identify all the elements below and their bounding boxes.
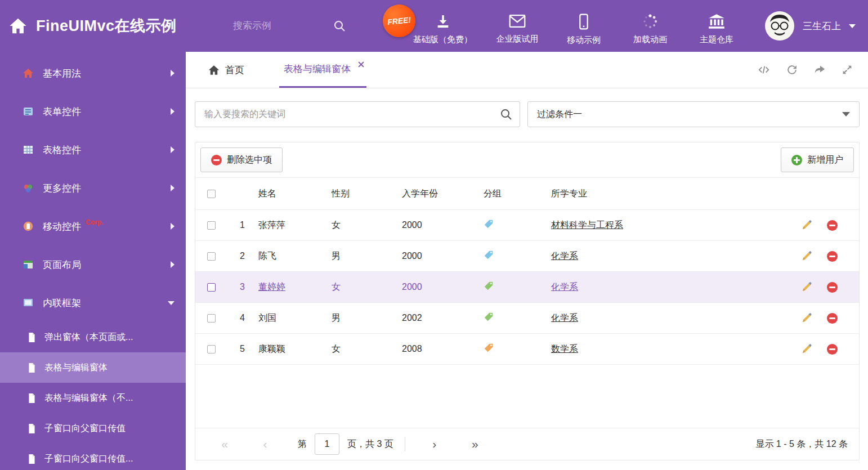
filter-dropdown[interactable]: 过滤条件一 [527, 101, 860, 127]
close-icon[interactable] [358, 59, 364, 70]
edit-pencil-icon[interactable] [801, 281, 812, 293]
row-index: 3 [227, 282, 254, 292]
tab-label: 首页 [225, 64, 244, 77]
sidebar-subitem-grid-edit-window-2[interactable]: 表格与编辑窗体（不... [0, 383, 186, 413]
chevron-right-icon [171, 70, 175, 77]
major-link[interactable]: 材料科学与工程系 [551, 220, 623, 230]
page-prefix-label: 第 [298, 438, 307, 450]
tag-icon [484, 312, 494, 322]
table-row-selected[interactable]: 3 董婷婷 女 2000 化学系 [195, 272, 859, 303]
file-icon [27, 332, 37, 343]
download-icon [435, 14, 451, 29]
col-name: 姓名 [254, 188, 327, 200]
search-icon[interactable] [333, 20, 346, 32]
next-page-button[interactable]: › [414, 437, 455, 451]
chevron-right-icon [171, 261, 175, 268]
nav-loading-animation[interactable]: 加载动画 [624, 7, 676, 46]
add-user-button[interactable]: 新增用户 [781, 147, 854, 172]
cell-gender: 男 [327, 312, 397, 324]
sidebar-item-page-layout[interactable]: 页面布局 [0, 245, 186, 284]
tab-grid-edit-window[interactable]: 表格与编辑窗体 [279, 52, 366, 88]
edit-pencil-icon[interactable] [801, 250, 812, 262]
edit-pencil-icon[interactable] [801, 343, 812, 355]
cell-year: 2000 [397, 251, 479, 261]
major-link[interactable]: 化学系 [551, 251, 578, 261]
cell-gender: 女 [327, 343, 397, 355]
sidebar-item-form-controls[interactable]: 表单控件 [0, 92, 186, 131]
sidebar-item-grid-controls[interactable]: 表格控件 [0, 131, 186, 169]
nav-theme-repo[interactable]: 主题仓库 [691, 7, 742, 46]
sidebar-subitem-child-to-parent[interactable]: 子窗口向父窗口传值 [0, 413, 186, 444]
delete-row-icon[interactable] [827, 220, 838, 231]
sidebar-subitem-child-to-parent-2[interactable]: 子窗口向父窗口传值... [0, 444, 186, 470]
prev-page-button[interactable]: ‹ [245, 437, 285, 451]
source-code-icon[interactable] [757, 64, 771, 76]
major-link[interactable]: 化学系 [551, 282, 578, 292]
table-row[interactable]: 2 陈飞 男 2000 化学系 [195, 241, 859, 272]
avatar [764, 11, 795, 41]
search-icon[interactable] [500, 108, 512, 123]
delete-row-icon[interactable] [827, 344, 838, 355]
cell-year: 2000 [397, 282, 479, 292]
nav-basic-edition[interactable]: FREE! 基础版（免费） [409, 7, 477, 46]
table-row[interactable]: 5 康颖颖 女 2008 数学系 [195, 334, 859, 365]
row-checkbox[interactable] [207, 221, 216, 230]
sidebar-subitem-popup-window[interactable]: 弹出窗体（本页面或... [0, 322, 186, 352]
header-search-input[interactable] [233, 20, 317, 32]
nav-enterprise-trial[interactable]: 企业版试用 [491, 7, 543, 46]
row-index: 4 [227, 313, 254, 323]
home-icon [23, 68, 34, 79]
expand-icon[interactable] [841, 64, 853, 76]
edit-pencil-icon[interactable] [801, 312, 812, 324]
tab-home[interactable]: 首页 [206, 52, 247, 88]
table-row[interactable]: 1 张萍萍 女 2000 材料科学与工程系 [195, 210, 859, 241]
row-checkbox[interactable] [207, 252, 216, 261]
sidebar-item-label: 内联框架 [43, 297, 81, 310]
tab-bar: 首页 表格与编辑窗体 [186, 52, 868, 88]
row-checkbox[interactable] [207, 283, 216, 292]
last-page-button[interactable]: » [455, 437, 495, 451]
keyword-search-input[interactable] [195, 101, 520, 127]
edit-pencil-icon[interactable] [801, 220, 812, 231]
delete-selected-button[interactable]: 删除选中项 [200, 147, 283, 172]
user-menu[interactable]: 三生石上 [764, 11, 868, 41]
cell-name: 陈飞 [254, 250, 327, 262]
table-header-row: 姓名 性别 入学年份 分组 所学专业 [195, 177, 859, 210]
file-icon [27, 362, 37, 373]
major-link[interactable]: 化学系 [551, 313, 578, 323]
major-link[interactable]: 数学系 [551, 344, 578, 353]
sidebar-item-basic-usage[interactable]: 基本用法 [0, 54, 186, 92]
corp-badge: Corp. [86, 218, 103, 226]
app-title: FineUIMvc在线示例 [36, 16, 177, 36]
nav-label: 移动示例 [567, 35, 601, 46]
app-logo[interactable]: FineUIMvc在线示例 [0, 16, 233, 36]
sidebar: 基本用法 表单控件 表格控件 更多控件 移动控件 Corp. 页面布局 [0, 52, 186, 470]
sidebar-item-inline-frame[interactable]: 内联框架 [0, 284, 186, 322]
page-number-input[interactable] [315, 433, 339, 455]
col-group: 分组 [479, 188, 547, 200]
tag-icon [484, 219, 494, 229]
sidebar-item-more-controls[interactable]: 更多控件 [0, 169, 186, 207]
page-suffix-label: 页，共 3 页 [347, 438, 393, 450]
nav-mobile-demo[interactable]: 移动示例 [558, 7, 610, 46]
row-checkbox[interactable] [207, 345, 216, 353]
cell-name: 刘国 [254, 312, 327, 324]
first-page-button[interactable]: « [204, 437, 245, 451]
delete-row-icon[interactable] [827, 251, 838, 262]
button-label: 删除选中项 [227, 154, 272, 166]
row-checkbox[interactable] [207, 314, 216, 323]
chevron-down-icon [168, 301, 175, 305]
sidebar-item-mobile-controls[interactable]: 移动控件 Corp. [0, 207, 186, 245]
share-icon[interactable] [813, 64, 826, 76]
sidebar-subitem-grid-edit-window[interactable]: 表格与编辑窗体 [0, 352, 186, 383]
delete-row-icon[interactable] [827, 313, 838, 324]
sidebar-subitem-label: 表格与编辑窗体 [44, 362, 108, 374]
delete-row-icon[interactable] [827, 282, 838, 293]
header-nav: FREE! 基础版（免费） 企业版试用 移动示例 [409, 7, 742, 46]
file-icon [27, 423, 37, 434]
table-row[interactable]: 4 刘国 男 2002 化学系 [195, 303, 859, 334]
free-badge: FREE! [381, 3, 417, 39]
sidebar-subitem-label: 子窗口向父窗口传值 [44, 423, 126, 435]
select-all-checkbox[interactable] [207, 190, 216, 198]
refresh-icon[interactable] [786, 64, 798, 76]
